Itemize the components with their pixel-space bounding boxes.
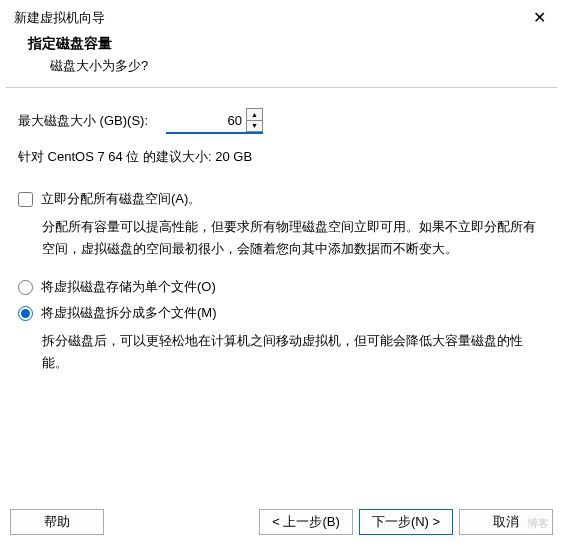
storage-split-row: 将虚拟磁盘拆分成多个文件(M)	[18, 304, 545, 322]
wizard-footer: 帮助 < 上一步(B) 下一步(N) > 取消	[0, 509, 563, 535]
content-area: 最大磁盘大小 (GB)(S): ▲ ▼ 针对 CentOS 7 64 位 的建议…	[0, 88, 563, 374]
page-subheading: 磁盘大小为多少?	[28, 57, 535, 75]
allocate-now-description: 分配所有容量可以提高性能，但要求所有物理磁盘空间立即可用。如果不立即分配所有空间…	[18, 216, 545, 260]
allocate-now-checkbox[interactable]	[18, 192, 33, 207]
help-button[interactable]: 帮助	[10, 509, 104, 535]
disk-size-input[interactable]	[166, 108, 246, 132]
spinner-buttons: ▲ ▼	[246, 108, 263, 132]
spinner-up-icon[interactable]: ▲	[247, 109, 262, 121]
storage-mode-group: 将虚拟磁盘存储为单个文件(O) 将虚拟磁盘拆分成多个文件(M) 拆分磁盘后，可以…	[18, 278, 545, 374]
allocate-now-label: 立即分配所有磁盘空间(A)。	[41, 190, 201, 208]
storage-split-label: 将虚拟磁盘拆分成多个文件(M)	[41, 304, 217, 322]
storage-single-label: 将虚拟磁盘存储为单个文件(O)	[41, 278, 216, 296]
disk-size-row: 最大磁盘大小 (GB)(S): ▲ ▼	[18, 108, 545, 134]
storage-single-row: 将虚拟磁盘存储为单个文件(O)	[18, 278, 545, 296]
disk-size-label: 最大磁盘大小 (GB)(S):	[18, 112, 148, 130]
storage-split-radio[interactable]	[18, 306, 33, 321]
spinner-down-icon[interactable]: ▼	[247, 121, 262, 132]
cancel-button[interactable]: 取消	[459, 509, 553, 535]
wizard-header: 指定磁盘容量 磁盘大小为多少?	[0, 31, 563, 87]
allocate-now-row: 立即分配所有磁盘空间(A)。	[18, 190, 545, 208]
close-icon[interactable]: ✕	[527, 8, 551, 27]
next-button[interactable]: 下一步(N) >	[359, 509, 453, 535]
disk-size-spinner: ▲ ▼	[166, 108, 263, 134]
back-button[interactable]: < 上一步(B)	[259, 509, 353, 535]
storage-split-description: 拆分磁盘后，可以更轻松地在计算机之间移动虚拟机，但可能会降低大容量磁盘的性能。	[18, 330, 545, 374]
storage-single-radio[interactable]	[18, 280, 33, 295]
titlebar: 新建虚拟机向导 ✕	[0, 0, 563, 31]
page-heading: 指定磁盘容量	[28, 35, 535, 53]
window-title: 新建虚拟机向导	[14, 9, 105, 27]
recommended-size-text: 针对 CentOS 7 64 位 的建议大小: 20 GB	[18, 148, 545, 166]
